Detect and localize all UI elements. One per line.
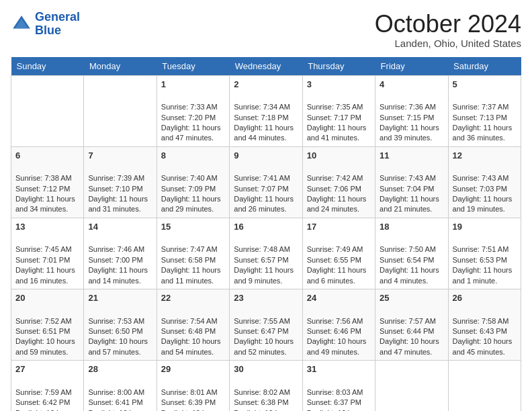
day-number: 9 bbox=[234, 150, 298, 162]
sunset-text: Sunset: 6:37 PM bbox=[307, 398, 361, 406]
day-number: 3 bbox=[307, 79, 371, 91]
daylight-text: Daylight: 11 hours and 24 minutes. bbox=[307, 195, 367, 213]
day-number: 8 bbox=[161, 150, 225, 162]
sunrise-text: Sunrise: 7:46 AM bbox=[88, 245, 144, 253]
calendar-header: SundayMondayTuesdayWednesdayThursdayFrid… bbox=[11, 57, 521, 76]
sunrise-text: Sunrise: 7:40 AM bbox=[161, 174, 218, 182]
daylight-text: Daylight: 11 hours and 1 minute. bbox=[453, 266, 513, 284]
day-number: 20 bbox=[15, 292, 79, 304]
sunrise-text: Sunrise: 7:33 AM bbox=[161, 103, 218, 111]
day-number: 6 bbox=[15, 150, 79, 162]
sunset-text: Sunset: 7:04 PM bbox=[380, 185, 434, 193]
calendar-cell: 30Sunrise: 8:02 AMSunset: 6:38 PMDayligh… bbox=[230, 361, 302, 411]
daylight-text: Daylight: 10 hours and 57 minutes. bbox=[88, 337, 148, 355]
daylight-text: Daylight: 11 hours and 36 minutes. bbox=[453, 124, 513, 142]
calendar-cell bbox=[11, 75, 84, 146]
calendar-week-2: 6Sunrise: 7:38 AMSunset: 7:12 PMDaylight… bbox=[11, 146, 521, 218]
logo-text-line1: General bbox=[35, 11, 80, 24]
day-number: 21 bbox=[88, 292, 152, 304]
sunrise-text: Sunrise: 7:54 AM bbox=[161, 317, 218, 325]
daylight-text: Daylight: 10 hours and 40 minutes. bbox=[88, 409, 148, 411]
daylight-text: Daylight: 10 hours and 59 minutes. bbox=[15, 337, 75, 355]
sunset-text: Sunset: 7:00 PM bbox=[88, 256, 142, 264]
calendar-cell: 31Sunrise: 8:03 AMSunset: 6:37 PMDayligh… bbox=[302, 361, 375, 411]
sunset-text: Sunset: 6:44 PM bbox=[380, 327, 434, 335]
sunrise-text: Sunrise: 8:03 AM bbox=[307, 388, 363, 396]
day-number: 30 bbox=[234, 363, 298, 375]
daylight-text: Daylight: 11 hours and 47 minutes. bbox=[161, 124, 221, 142]
sunrise-text: Sunrise: 7:42 AM bbox=[307, 174, 363, 182]
day-number: 15 bbox=[161, 221, 225, 233]
daylight-text: Daylight: 11 hours and 9 minutes. bbox=[234, 266, 294, 284]
calendar-cell: 4Sunrise: 7:36 AMSunset: 7:15 PMDaylight… bbox=[375, 75, 448, 146]
day-number: 16 bbox=[234, 221, 298, 233]
calendar-body: 1Sunrise: 7:33 AMSunset: 7:20 PMDaylight… bbox=[11, 75, 521, 411]
daylight-text: Daylight: 10 hours and 45 minutes. bbox=[453, 337, 513, 355]
daylight-text: Daylight: 11 hours and 11 minutes. bbox=[161, 266, 221, 284]
daylight-text: Daylight: 10 hours and 33 minutes. bbox=[307, 409, 367, 411]
daylight-text: Daylight: 11 hours and 6 minutes. bbox=[307, 266, 367, 284]
day-number: 28 bbox=[88, 363, 152, 375]
daylight-text: Daylight: 10 hours and 52 minutes. bbox=[234, 337, 294, 355]
calendar-cell: 25Sunrise: 7:57 AMSunset: 6:44 PMDayligh… bbox=[375, 289, 448, 361]
sunset-text: Sunset: 7:03 PM bbox=[453, 185, 507, 193]
daylight-text: Daylight: 10 hours and 54 minutes. bbox=[161, 337, 221, 355]
title-block: October 2024 Landen, Ohio, United States bbox=[375, 11, 521, 49]
daylight-text: Daylight: 11 hours and 4 minutes. bbox=[380, 266, 439, 284]
sunrise-text: Sunrise: 7:45 AM bbox=[15, 245, 72, 253]
daylight-text: Daylight: 11 hours and 26 minutes. bbox=[234, 195, 294, 213]
sunrise-text: Sunrise: 7:52 AM bbox=[15, 317, 72, 325]
calendar-cell: 17Sunrise: 7:49 AMSunset: 6:55 PMDayligh… bbox=[302, 218, 375, 289]
daylight-text: Daylight: 10 hours and 38 minutes. bbox=[161, 409, 221, 411]
day-number: 13 bbox=[15, 221, 79, 233]
sunrise-text: Sunrise: 7:43 AM bbox=[453, 174, 509, 182]
sunrise-text: Sunrise: 7:51 AM bbox=[453, 245, 509, 253]
daylight-text: Daylight: 10 hours and 49 minutes. bbox=[307, 337, 367, 355]
sunset-text: Sunset: 6:48 PM bbox=[161, 327, 216, 335]
sunset-text: Sunset: 6:43 PM bbox=[453, 327, 507, 335]
day-number: 4 bbox=[380, 79, 443, 91]
sunrise-text: Sunrise: 7:36 AM bbox=[380, 103, 436, 111]
daylight-text: Daylight: 11 hours and 21 minutes. bbox=[380, 195, 439, 213]
daylight-text: Daylight: 11 hours and 29 minutes. bbox=[161, 195, 221, 213]
sunset-text: Sunset: 6:42 PM bbox=[15, 398, 70, 406]
sunrise-text: Sunrise: 7:38 AM bbox=[15, 174, 72, 182]
calendar-cell: 11Sunrise: 7:43 AMSunset: 7:04 PMDayligh… bbox=[375, 146, 448, 218]
sunrise-text: Sunrise: 7:34 AM bbox=[234, 103, 290, 111]
logo-icon bbox=[11, 13, 32, 35]
day-number: 27 bbox=[15, 363, 79, 375]
sunrise-text: Sunrise: 7:58 AM bbox=[453, 317, 509, 325]
sunset-text: Sunset: 6:53 PM bbox=[453, 256, 507, 264]
day-header-wednesday: Wednesday bbox=[230, 57, 302, 76]
day-number: 14 bbox=[88, 221, 152, 233]
sunset-text: Sunset: 7:10 PM bbox=[88, 185, 142, 193]
calendar-cell: 18Sunrise: 7:50 AMSunset: 6:54 PMDayligh… bbox=[375, 218, 448, 289]
sunrise-text: Sunrise: 7:41 AM bbox=[234, 174, 290, 182]
logo-text-line2: Blue bbox=[35, 24, 80, 38]
sunset-text: Sunset: 6:54 PM bbox=[380, 256, 434, 264]
day-number: 1 bbox=[161, 79, 225, 91]
day-number: 2 bbox=[234, 79, 298, 91]
day-number: 29 bbox=[161, 363, 225, 375]
sunrise-text: Sunrise: 8:00 AM bbox=[88, 388, 144, 396]
calendar-cell: 21Sunrise: 7:53 AMSunset: 6:50 PMDayligh… bbox=[84, 289, 157, 361]
location-text: Landen, Ohio, United States bbox=[375, 38, 521, 49]
sunrise-text: Sunrise: 7:50 AM bbox=[380, 245, 436, 253]
calendar-week-3: 13Sunrise: 7:45 AMSunset: 7:01 PMDayligh… bbox=[11, 218, 521, 289]
calendar-cell: 12Sunrise: 7:43 AMSunset: 7:03 PMDayligh… bbox=[448, 146, 521, 218]
sunset-text: Sunset: 7:13 PM bbox=[453, 113, 507, 122]
daylight-text: Daylight: 10 hours and 47 minutes. bbox=[380, 337, 439, 355]
sunset-text: Sunset: 6:47 PM bbox=[234, 327, 288, 335]
sunset-text: Sunset: 6:51 PM bbox=[15, 327, 70, 335]
day-header-saturday: Saturday bbox=[448, 57, 521, 76]
sunset-text: Sunset: 7:09 PM bbox=[161, 185, 216, 193]
calendar-cell: 26Sunrise: 7:58 AMSunset: 6:43 PMDayligh… bbox=[448, 289, 521, 361]
calendar-cell: 8Sunrise: 7:40 AMSunset: 7:09 PMDaylight… bbox=[157, 146, 229, 218]
day-number: 23 bbox=[234, 292, 298, 304]
daylight-text: Daylight: 11 hours and 14 minutes. bbox=[88, 266, 148, 284]
header-row: SundayMondayTuesdayWednesdayThursdayFrid… bbox=[11, 57, 521, 76]
sunset-text: Sunset: 7:20 PM bbox=[161, 113, 216, 122]
sunrise-text: Sunrise: 7:56 AM bbox=[307, 317, 363, 325]
logo: General Blue bbox=[11, 11, 80, 38]
daylight-text: Daylight: 11 hours and 34 minutes. bbox=[15, 195, 75, 213]
